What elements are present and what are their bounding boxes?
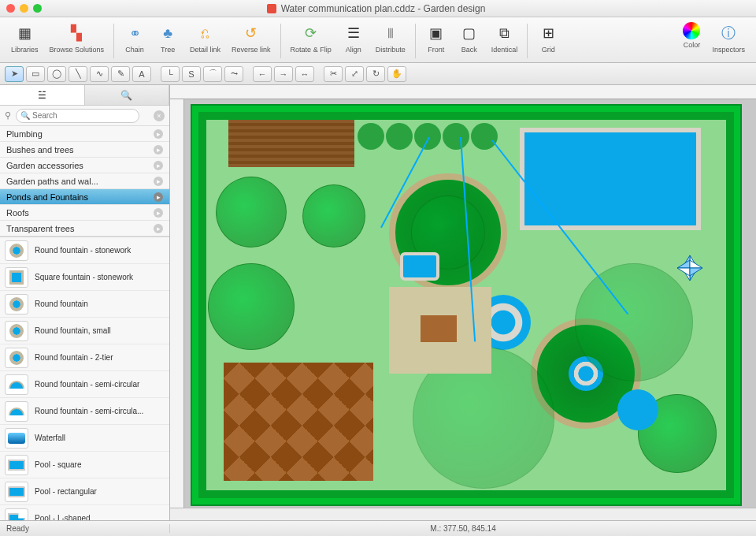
shape-item[interactable]: Round fountain - 2-tier: [0, 344, 169, 371]
status-ready: Ready: [0, 524, 170, 533]
rotate-icon: ⟳: [300, 22, 322, 44]
shape-item[interactable]: Round fountain - stonework: [0, 237, 169, 264]
shapes-tab[interactable]: ☱: [0, 85, 85, 105]
horizontal-scrollbar[interactable]: [170, 508, 756, 520]
small-pool[interactable]: [400, 252, 439, 281]
inspectors-button[interactable]: ⓘ Inspectors: [707, 20, 750, 55]
front-button[interactable]: ▣ Front: [421, 20, 452, 55]
tree[interactable]: [208, 263, 295, 350]
separator: [280, 24, 281, 58]
hand-tool[interactable]: ✋: [387, 66, 406, 82]
shape-item[interactable]: Round fountain: [0, 291, 169, 318]
outdoor-table[interactable]: [421, 315, 457, 342]
shape-item[interactable]: Pool - L-shaped: [0, 505, 169, 520]
umbrella[interactable]: [674, 252, 706, 284]
arrow-right-tool[interactable]: →: [274, 66, 293, 82]
ellipse-tool[interactable]: ◯: [47, 66, 66, 82]
shape-label: Round fountain - semi-circula...: [35, 407, 143, 415]
horizontal-ruler[interactable]: [170, 85, 756, 99]
shape-item[interactable]: Round fountain - semi-circula...: [0, 398, 169, 425]
clear-search-button[interactable]: ×: [154, 110, 165, 121]
expand-icon: ▸: [154, 145, 163, 154]
swimming-pool[interactable]: [520, 128, 701, 230]
shape-preview-icon: [5, 482, 28, 502]
title-text: Water communication plan.cddz - Garden d…: [281, 3, 486, 14]
back-button[interactable]: ▢ Back: [454, 20, 485, 55]
category-item[interactable]: Ponds and Fountains▸: [0, 189, 169, 205]
distribute-button[interactable]: ⫴ Distribute: [371, 20, 410, 55]
shape-item[interactable]: Pool - square: [0, 452, 169, 478]
connector-tool[interactable]: └: [161, 66, 180, 82]
category-label: Plumbing: [6, 129, 43, 139]
library-panel: ☱ 🔍 ⚲ 🔍 × Plumbing▸Bushes and trees▸Gard…: [0, 85, 170, 520]
wooden-deck[interactable]: [228, 120, 354, 167]
freehand-tool[interactable]: ✎: [111, 66, 130, 82]
color-button[interactable]: Color: [677, 20, 706, 50]
crop-tool[interactable]: ✂: [324, 66, 343, 82]
rotate-flip-button[interactable]: ⟳ Rotate & Flip: [286, 20, 336, 55]
vertical-ruler[interactable]: [170, 99, 184, 508]
identical-button[interactable]: ⧉ Identical: [487, 20, 523, 55]
shape-label: Round fountain - semi-circular: [35, 380, 139, 389]
arc-tool[interactable]: ⌒: [203, 66, 222, 82]
close-button[interactable]: [6, 4, 15, 13]
browse-solutions-button[interactable]: ▚ Browse Solutions: [45, 20, 109, 55]
rotate-tool[interactable]: ↻: [366, 66, 385, 82]
spline-tool[interactable]: S: [182, 66, 201, 82]
browse-icon: ▚: [65, 22, 87, 44]
shape-item[interactable]: Pool - rectangular: [0, 478, 169, 505]
expand-icon: ▸: [154, 208, 163, 218]
shape-label: Pool - L-shaped: [35, 514, 91, 520]
window-controls: [6, 4, 42, 13]
minimize-button[interactable]: [20, 4, 28, 13]
category-item[interactable]: Transparent trees▸: [0, 221, 169, 236]
expand-icon: ▸: [154, 224, 163, 233]
canvas[interactable]: [184, 99, 756, 508]
shape-preview-icon: [5, 348, 28, 368]
window-title: Water communication plan.cddz - Garden d…: [42, 3, 710, 14]
arrow-left-tool[interactable]: ←: [253, 66, 272, 82]
category-label: Garden accessories: [6, 161, 83, 170]
filter-icon[interactable]: ⚲: [5, 110, 11, 121]
chain-button[interactable]: ⚭ Chain: [119, 20, 150, 55]
rect-tool[interactable]: ▭: [26, 66, 45, 82]
shape-label: Round fountain - stonework: [35, 246, 131, 255]
shape-item[interactable]: Round fountain, small: [0, 318, 169, 344]
eyedropper-tool[interactable]: ⤢: [345, 66, 364, 82]
category-item[interactable]: Plumbing▸: [0, 126, 169, 142]
patio[interactable]: [389, 287, 491, 374]
search-tab[interactable]: 🔍: [85, 85, 170, 105]
libraries-button[interactable]: ▦ Libraries: [6, 20, 43, 55]
tree-button[interactable]: ♣ Tree: [152, 20, 183, 55]
grid-button[interactable]: ⊞ Grid: [532, 20, 564, 55]
shape-item[interactable]: Round fountain - semi-circular: [0, 371, 169, 398]
align-button[interactable]: ☰ Align: [338, 20, 369, 55]
reverse-link-button[interactable]: ↺ Reverse link: [227, 20, 276, 55]
shape-item[interactable]: Square fountain - stonework: [0, 264, 169, 291]
shape-preview-icon: [5, 508, 28, 521]
search-input[interactable]: [16, 109, 139, 123]
category-item[interactable]: Garden paths and wal...▸: [0, 173, 169, 189]
category-item[interactable]: Roofs▸: [0, 205, 169, 221]
curve-tool[interactable]: ∿: [90, 66, 109, 82]
tree[interactable]: [302, 184, 365, 248]
arrow-both-tool[interactable]: ↔: [295, 66, 314, 82]
smart-connector[interactable]: ⤳: [224, 66, 243, 82]
house-roof[interactable]: [224, 363, 373, 481]
tree[interactable]: [216, 177, 287, 248]
garden-plan[interactable]: [191, 104, 742, 506]
category-item[interactable]: Garden accessories▸: [0, 158, 169, 173]
pointer-tool[interactable]: ➤: [5, 66, 24, 82]
category-label: Ponds and Fountains: [6, 192, 88, 202]
shape-item[interactable]: Waterfall: [0, 425, 169, 452]
identical-icon: ⧉: [493, 22, 515, 44]
svg-marker-7: [690, 268, 702, 276]
category-item[interactable]: Bushes and trees▸: [0, 142, 169, 158]
detail-link-button[interactable]: ⎌ Detail link: [185, 20, 225, 55]
category-label: Transparent trees: [6, 224, 74, 233]
text-tool[interactable]: A: [132, 66, 151, 82]
line-tool[interactable]: ╲: [69, 66, 87, 82]
zoom-button[interactable]: [33, 4, 42, 13]
canvas-area: [170, 85, 756, 520]
pond[interactable]: [614, 386, 662, 434]
